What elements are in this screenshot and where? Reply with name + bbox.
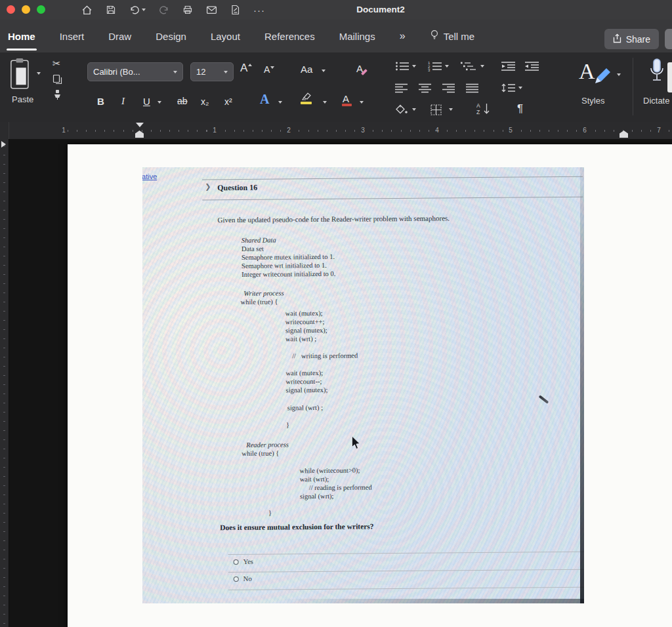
share-button[interactable]: Share	[604, 29, 659, 49]
format-painter-icon[interactable]	[52, 89, 62, 100]
save-icon[interactable]	[106, 5, 116, 15]
align-center-button[interactable]	[419, 83, 432, 93]
mail-icon[interactable]	[206, 5, 217, 14]
underline-button[interactable]: U	[143, 96, 150, 107]
highlight-color-button[interactable]	[301, 92, 312, 101]
writer-comment: // writing is performed	[292, 352, 358, 361]
font-name-combobox[interactable]: Calibri (Bo...	[87, 62, 183, 81]
copy-icon[interactable]	[52, 74, 62, 85]
ruler-margin-number: 1	[60, 127, 67, 134]
numbering-button[interactable]: 123	[428, 61, 442, 71]
print-icon[interactable]	[182, 5, 193, 15]
browser-link-fragment[interactable]: ative	[142, 172, 157, 180]
writer-process-heading-block: Writer process while (true) {	[240, 289, 284, 306]
grow-font-button[interactable]: A	[240, 62, 251, 75]
cut-icon[interactable]: ✂	[52, 58, 61, 70]
top-margin-marker[interactable]	[1, 141, 6, 148]
tab-draw[interactable]: Draw	[108, 31, 131, 42]
justify-button[interactable]	[466, 83, 479, 93]
radio-no[interactable]	[234, 576, 239, 581]
paste-dropdown-chevron[interactable]	[37, 72, 41, 75]
vertical-ruler-ticks	[3, 146, 5, 627]
subscript-button[interactable]: x₂	[201, 96, 209, 107]
pilcrow-button[interactable]: ¶	[517, 102, 523, 115]
styles-chevron[interactable]	[617, 73, 621, 76]
undo-button[interactable]	[129, 5, 146, 15]
font-size-combobox[interactable]: 12	[190, 62, 234, 81]
expand-chevron-icon[interactable]: ❯	[205, 182, 211, 191]
text-effects-button[interactable]: A	[260, 92, 269, 107]
tab-references[interactable]: References	[264, 31, 315, 42]
align-left-button[interactable]	[395, 83, 408, 93]
tab-layout[interactable]: Layout	[211, 31, 240, 42]
increase-indent-button[interactable]	[525, 61, 539, 71]
radio-yes[interactable]	[234, 559, 239, 564]
paste-button[interactable]	[9, 58, 32, 91]
document-page[interactable]: ative ❯ Question 16 Given the updated ps…	[68, 144, 672, 627]
ruler-number: 7	[656, 127, 662, 134]
vertical-ruler[interactable]	[0, 139, 9, 627]
code-line: while (true) {	[242, 449, 289, 458]
numbering-chevron[interactable]	[445, 65, 449, 68]
borders-button[interactable]	[430, 104, 442, 115]
document-edit-icon[interactable]	[230, 5, 240, 15]
paste-label: Paste	[12, 94, 33, 104]
reader-comment: // reading is performed	[300, 483, 372, 492]
strikethrough-button[interactable]: ab	[177, 96, 188, 106]
redo-icon[interactable]	[159, 5, 169, 15]
align-right-button[interactable]	[442, 83, 455, 93]
document-canvas[interactable]: ative ❯ Question 16 Given the updated ps…	[0, 139, 672, 627]
italic-button[interactable]: I	[121, 96, 125, 107]
reader-close-brace: }	[268, 509, 272, 517]
superscript-button[interactable]: x²	[224, 96, 232, 107]
first-line-indent-marker[interactable]	[136, 123, 144, 127]
code-line: signal (mutex);	[285, 326, 327, 335]
font-color-button[interactable]: A	[343, 93, 349, 104]
multilevel-chevron[interactable]	[480, 65, 484, 68]
chevron-down-icon	[173, 71, 177, 73]
home-icon[interactable]	[81, 5, 93, 16]
shrink-font-button[interactable]: A	[264, 64, 274, 75]
change-case-button[interactable]: Aa	[301, 64, 312, 75]
multilevel-list-button[interactable]	[461, 61, 476, 71]
shading-chevron[interactable]	[412, 108, 416, 111]
close-window-button[interactable]	[7, 5, 15, 14]
highlight-chevron[interactable]	[323, 101, 327, 104]
option-row-yes[interactable]: Yes	[234, 558, 253, 565]
line-spacing-chevron[interactable]	[518, 87, 522, 89]
text-effects-chevron[interactable]	[278, 101, 282, 104]
clipped-toolbar-button[interactable]	[665, 29, 672, 49]
styles-button[interactable]: A	[576, 58, 613, 93]
zoom-window-button[interactable]	[37, 5, 45, 14]
tab-mailings[interactable]: Mailings	[339, 31, 375, 42]
tell-me-control[interactable]: Tell me	[430, 30, 475, 43]
change-case-chevron[interactable]	[322, 70, 326, 72]
borders-chevron[interactable]	[449, 108, 453, 111]
sort-button[interactable]: A Z	[476, 102, 491, 115]
bold-button[interactable]: B	[97, 96, 104, 107]
horizontal-ruler[interactable]: 1 1 2 3 4 5 6 7	[0, 122, 672, 140]
option-row-no[interactable]: No	[234, 575, 252, 582]
line-spacing-button[interactable]	[501, 83, 516, 93]
tab-insert[interactable]: Insert	[60, 31, 85, 42]
writer-entry-block: wait (mutex); writecount++; signal (mute…	[285, 309, 327, 344]
shading-button[interactable]	[395, 104, 408, 115]
ruler-number: 6	[581, 127, 588, 134]
question-text: Does it ensure mutual exclusion for the …	[220, 522, 373, 531]
caret-up-icon	[248, 64, 252, 66]
font-color-chevron[interactable]	[360, 101, 364, 104]
bullets-chevron[interactable]	[412, 65, 416, 68]
minimize-window-button[interactable]	[22, 5, 30, 14]
dictate-button[interactable]	[648, 58, 665, 91]
tab-overflow-chevrons[interactable]: »	[400, 30, 406, 42]
bullets-button[interactable]	[395, 61, 410, 71]
clear-formatting-button[interactable]: A	[356, 63, 363, 74]
more-icon[interactable]: ···	[253, 5, 265, 16]
ruler-number: 2	[285, 127, 292, 134]
underline-chevron[interactable]	[158, 101, 161, 104]
tab-design[interactable]: Design	[156, 31, 186, 42]
decrease-indent-button[interactable]	[501, 61, 516, 71]
embedded-quiz-photo[interactable]: ative ❯ Question 16 Given the updated ps…	[142, 167, 584, 603]
tab-home[interactable]: Home	[8, 31, 35, 42]
tab-selector-box[interactable]	[0, 122, 9, 139]
